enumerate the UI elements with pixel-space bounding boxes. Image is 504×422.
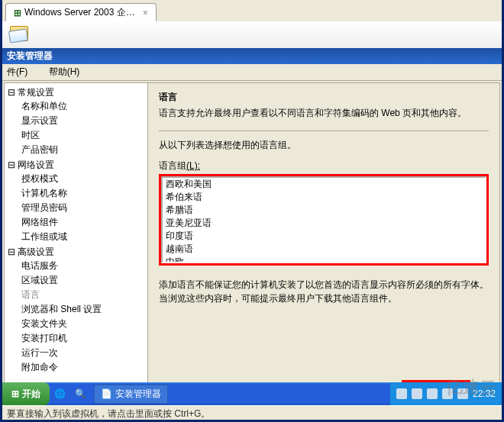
listbox-label: 语言组(L): — [159, 159, 489, 172]
tree-item[interactable]: 管理员密码 — [21, 201, 144, 215]
note-text: 添加语言不能保证您的计算机安装了以您首选的语言显示内容所必须的所有字体。当浏览这… — [159, 278, 489, 305]
windows-icon: ⊞ — [14, 8, 21, 18]
tree-item[interactable]: 产品密钥 — [21, 143, 144, 157]
start-button[interactable]: ⊞ 开始 — [2, 382, 50, 405]
close-icon[interactable]: × — [143, 8, 148, 18]
ie-icon[interactable]: 🌐 — [54, 388, 66, 399]
vm-tab[interactable]: ⊞ Windows Server 2003 企… × — [5, 3, 157, 21]
status-text: 要直接输入到该虚拟机，请点击里面或按 Ctrl+G。 — [7, 408, 210, 419]
listbox-highlight: 西欧和美国 希伯来语 希腊语 亚美尼亚语 印度语 越南语 中欧 中文（繁体） 中… — [159, 174, 489, 266]
tree-item-language[interactable]: 语言 — [21, 288, 144, 302]
system-tray: 22:32 — [390, 382, 502, 405]
list-item[interactable]: 西欧和美国 — [163, 178, 485, 191]
tray-icon[interactable] — [396, 388, 407, 399]
list-item[interactable]: 印度语 — [163, 230, 485, 243]
list-item[interactable]: 亚美尼亚语 — [163, 217, 485, 230]
right-pane: 语言 语言支持允许最终用户查看以不同语言和字符集编码的 Web 页和其他内容。 … — [148, 83, 499, 417]
tree-group-network[interactable]: ⊟ 网络设置 — [8, 159, 144, 172]
tray-icon[interactable] — [412, 388, 422, 399]
folder-icon — [10, 26, 28, 41]
instruction-text: 从以下列表选择想使用的语言组。 — [159, 139, 489, 152]
language-listbox[interactable]: 西欧和美国 希伯来语 希腊语 亚美尼亚语 印度语 越南语 中欧 中文（繁体） 中… — [161, 176, 486, 263]
list-item[interactable]: 越南语 — [163, 243, 485, 256]
tree-pane: ⊟ 常规设置 名称和单位 显示设置 时区 产品密钥 ⊟ 网络设置 授权模式 计算… — [5, 83, 148, 417]
windows-logo-icon: ⊞ — [11, 388, 19, 399]
tree-item[interactable]: 网络组件 — [21, 215, 144, 230]
tray-icon[interactable] — [427, 388, 438, 399]
tree-item[interactable]: 时区 — [21, 128, 144, 143]
tree-item[interactable]: 授权模式 — [21, 172, 144, 186]
explorer-icon[interactable]: 🔍 — [75, 388, 86, 399]
taskbar-app[interactable]: 📄 安装管理器 — [94, 385, 168, 404]
list-item[interactable]: 希伯来语 — [163, 191, 485, 204]
tree-group-general[interactable]: ⊟ 常规设置 — [8, 86, 144, 99]
page-description: 语言支持允许最终用户查看以不同语言和字符集编码的 Web 页和其他内容。 — [159, 107, 489, 120]
separator — [159, 130, 489, 131]
menu-file[interactable]: 件(F) — [7, 66, 37, 77]
tree-item[interactable]: 浏览器和 Shell 设置 — [21, 302, 144, 317]
tree-item[interactable]: 名称和单位 — [21, 99, 144, 114]
tree-group-advanced[interactable]: ⊟ 高级设置 — [8, 246, 144, 259]
tree-item[interactable]: 工作组或域 — [21, 230, 144, 244]
tree-item[interactable]: 电话服务 — [21, 259, 144, 273]
start-label: 开始 — [22, 388, 40, 401]
taskbar: ⊞ 开始 🌐 🔍 📄 安装管理器 22:32 — [2, 382, 502, 405]
vm-status-bar: 要直接输入到该虚拟机，请点击里面或按 Ctrl+G。 — [2, 405, 502, 420]
tab-label: Windows Server 2003 企… — [24, 6, 135, 19]
tray-icon[interactable] — [442, 388, 453, 399]
tree-item[interactable]: 安装打印机 — [21, 331, 144, 346]
folder-strip — [2, 21, 502, 48]
clock: 22:32 — [473, 388, 496, 399]
tree-item[interactable]: 区域设置 — [21, 273, 144, 288]
vm-tab-bar: ⊞ Windows Server 2003 企… × — [2, 0, 502, 21]
app-icon: 📄 — [101, 388, 112, 399]
tree-item[interactable]: 安装文件夹 — [21, 317, 144, 331]
tree-item[interactable]: 运行一次 — [21, 346, 144, 360]
app-titlebar: 安装管理器 — [2, 48, 502, 64]
app-title: 安装管理器 — [7, 50, 53, 61]
taskbar-app-label: 安装管理器 — [115, 388, 161, 401]
list-item[interactable]: 中欧 — [163, 256, 485, 263]
tree-item[interactable]: 计算机名称 — [21, 186, 144, 201]
tray-icon[interactable] — [457, 388, 468, 399]
page-title: 语言 — [159, 91, 489, 104]
list-item[interactable]: 希腊语 — [163, 204, 485, 217]
menu-bar: 件(F) 帮助(H) — [2, 64, 502, 81]
menu-help[interactable]: 帮助(H) — [49, 66, 89, 77]
content-area: ⊟ 常规设置 名称和单位 显示设置 时区 产品密钥 ⊟ 网络设置 授权模式 计算… — [4, 82, 500, 418]
tree-item[interactable]: 附加命令 — [21, 360, 144, 375]
tree-item[interactable]: 显示设置 — [21, 114, 144, 128]
